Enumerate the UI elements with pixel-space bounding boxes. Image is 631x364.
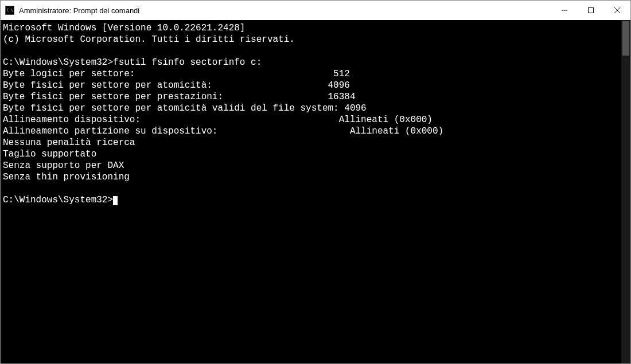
output-line: Byte fisici per settore per prestazioni:…: [3, 92, 356, 102]
vertical-scrollbar[interactable]: [621, 20, 630, 363]
minimize-button[interactable]: [551, 1, 578, 20]
output-line: Byte fisici per settore per atomicità: 4…: [3, 80, 350, 91]
terminal-container: Microsoft Windows [Versione 10.0.22621.2…: [1, 20, 630, 363]
window-title: Amministratore: Prompt dei comandi: [19, 6, 551, 15]
output-line: Byte fisici per settore per atomicità va…: [3, 103, 367, 113]
os-version-line: Microsoft Windows [Versione 10.0.22621.2…: [3, 23, 245, 33]
svg-rect-0: [589, 8, 594, 13]
prompt-path: C:\Windows\System32>: [3, 57, 113, 68]
minimize-icon: [562, 7, 567, 13]
command-prompt-window: C:\ Amministratore: Prompt dei comandi M…: [0, 0, 631, 364]
terminal-output[interactable]: Microsoft Windows [Versione 10.0.22621.2…: [1, 20, 621, 363]
maximize-button[interactable]: [578, 1, 604, 20]
output-line: Nessuna penalità ricerca: [3, 138, 135, 148]
output-line: Allineamento dispositivo: Allineati (0x0…: [3, 115, 433, 125]
maximize-icon: [588, 7, 594, 13]
close-button[interactable]: [604, 1, 630, 20]
prompt-path: C:\Windows\System32>: [3, 195, 113, 205]
app-icon: C:\: [5, 6, 14, 15]
output-line: Senza thin provisioning: [3, 172, 130, 182]
entered-command: fsutil fsinfo sectorinfo c:: [113, 57, 262, 68]
app-icon-glyph: C:\: [6, 8, 13, 13]
scrollbar-thumb[interactable]: [622, 21, 629, 56]
text-cursor: [113, 196, 118, 205]
output-line: Byte logici per settore: 512: [3, 69, 350, 79]
output-line: Senza supporto per DAX: [3, 161, 124, 171]
window-controls: [551, 1, 630, 20]
output-line: Taglio supportato: [3, 149, 96, 159]
copyright-line: (c) Microsoft Corporation. Tutti i dirit…: [3, 34, 295, 45]
output-line: Allineamento partizione su dispositivo: …: [3, 126, 443, 136]
title-bar[interactable]: C:\ Amministratore: Prompt dei comandi: [1, 1, 630, 20]
close-icon: [614, 7, 620, 13]
